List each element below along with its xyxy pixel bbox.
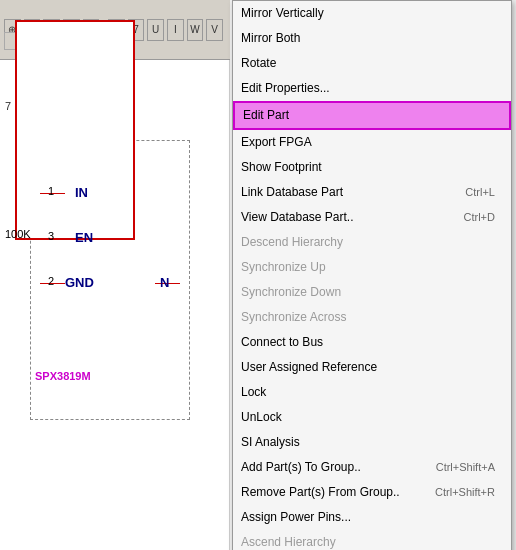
menu-item-synchronize-up: Synchronize Up: [233, 255, 511, 280]
menu-item-connect-to-bus[interactable]: Connect to Bus: [233, 330, 511, 355]
component-inner-box: [15, 20, 135, 240]
schematic-number: 7: [5, 100, 11, 112]
menu-item-rotate[interactable]: Rotate: [233, 51, 511, 76]
toolbar-icon-i[interactable]: I: [167, 19, 184, 41]
toolbar-icon-u2[interactable]: U: [147, 19, 164, 41]
menu-item-mirror-both[interactable]: Mirror Both: [233, 26, 511, 51]
menu-item-user-assigned-reference[interactable]: User Assigned Reference: [233, 355, 511, 380]
toolbar-icon-v[interactable]: V: [206, 19, 223, 41]
menu-item-view-database-part[interactable]: View Database Part.. Ctrl+D: [233, 205, 511, 230]
menu-item-export-fpga[interactable]: Export FPGA: [233, 130, 511, 155]
menu-item-synchronize-down: Synchronize Down: [233, 280, 511, 305]
menu-item-link-database-part[interactable]: Link Database Part Ctrl+L: [233, 180, 511, 205]
menu-item-show-footprint[interactable]: Show Footprint: [233, 155, 511, 180]
menu-item-assign-power-pins[interactable]: Assign Power Pins...: [233, 505, 511, 530]
pin-name-n: N: [160, 275, 169, 290]
pin-number-2: 2: [48, 275, 54, 287]
pin-name-gnd: GND: [65, 275, 94, 290]
schematic-area: ⊕ ⊖ ◎ ↺ ? U 7 U I W V 7 U1 1 3 2 IN EN G…: [0, 0, 230, 550]
component-part-number: SPX3819M: [35, 370, 91, 382]
menu-item-edit-part[interactable]: Edit Part: [233, 101, 511, 130]
menu-item-lock[interactable]: Lock: [233, 380, 511, 405]
menu-item-si-analysis[interactable]: SI Analysis: [233, 430, 511, 455]
menu-item-ascend-hierarchy: Ascend Hierarchy: [233, 530, 511, 550]
component-value: 100K: [5, 228, 31, 240]
menu-item-unlock[interactable]: UnLock: [233, 405, 511, 430]
pin-number-3: 3: [48, 230, 54, 242]
menu-item-descend-hierarchy: Descend Hierarchy: [233, 230, 511, 255]
pin-name-en: EN: [75, 230, 93, 245]
menu-item-remove-parts-from-group[interactable]: Remove Part(s) From Group.. Ctrl+Shift+R: [233, 480, 511, 505]
menu-item-add-parts-to-group[interactable]: Add Part(s) To Group.. Ctrl+Shift+A: [233, 455, 511, 480]
pin-name-in: IN: [75, 185, 88, 200]
menu-item-synchronize-across: Synchronize Across: [233, 305, 511, 330]
menu-item-edit-properties[interactable]: Edit Properties...: [233, 76, 511, 101]
menu-item-mirror-vertically[interactable]: Mirror Vertically: [233, 1, 511, 26]
context-menu: Mirror Vertically Mirror Both Rotate Edi…: [232, 0, 512, 550]
toolbar-icon-w[interactable]: W: [187, 19, 204, 41]
pin-number-1: 1: [48, 185, 54, 197]
